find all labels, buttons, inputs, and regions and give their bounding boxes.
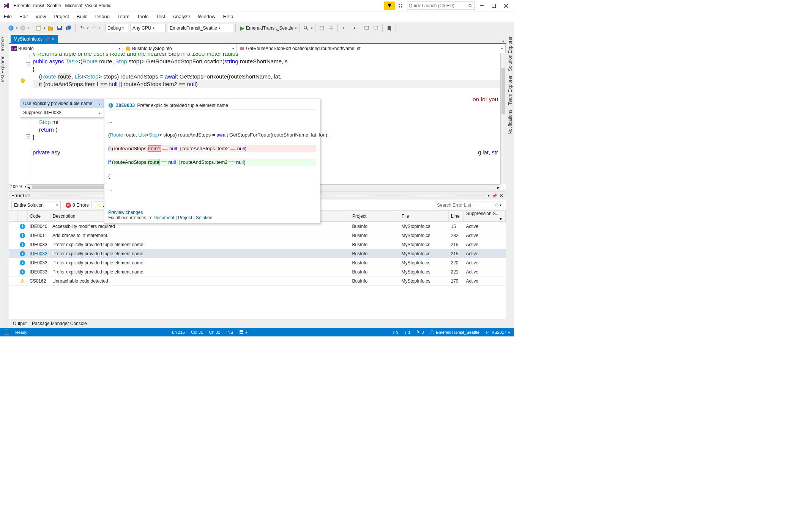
menu-team[interactable]: Team [117, 14, 129, 19]
toolbar-btn-a[interactable] [318, 24, 326, 32]
fold-icon[interactable]: − [26, 54, 30, 58]
solution-explorer-tab[interactable]: Solution Explorer [508, 36, 513, 71]
filter-icon[interactable]: ▼ [498, 216, 503, 222]
menu-tools[interactable]: Tools [137, 14, 148, 19]
errors-filter-button[interactable]: ✕0 Errors [63, 201, 91, 209]
indent-button[interactable] [349, 24, 358, 32]
tabs-overflow-icon[interactable]: ▾ [501, 39, 506, 43]
lightbulb-icon[interactable] [20, 78, 26, 84]
nav-back-button[interactable] [7, 24, 15, 32]
panel-close-icon[interactable]: ✕ [500, 193, 503, 198]
vs-logo-icon [3, 2, 10, 9]
undo-button[interactable] [78, 24, 86, 32]
toolbox-tab[interactable]: Toolbox [0, 36, 9, 52]
error-list-row[interactable]: iIDE0011Add braces to 'if' statement.Bus… [9, 231, 506, 240]
panel-dropdown-icon[interactable]: ▾ [488, 194, 490, 198]
panel-pin-icon[interactable]: 📌 [492, 193, 497, 198]
error-list-row[interactable]: iIDE0033Prefer explicitly provided tuple… [9, 267, 506, 276]
comment-button[interactable] [363, 24, 371, 32]
document-tab[interactable]: MyStopInfo.cs 📌 ✕ [11, 35, 58, 43]
editor-gutter: − − − [9, 53, 30, 184]
fix-project-link[interactable]: Project [178, 215, 192, 220]
svg-rect-24 [4, 330, 9, 335]
maximize-button[interactable] [489, 1, 499, 11]
status-git-up[interactable]: ↑ 9 [393, 330, 399, 335]
quick-action-use-tuple-name[interactable]: Use explicitly provided tuple name▸ [20, 99, 104, 108]
error-list-row[interactable]: iIDE0033Prefer explicitly provided tuple… [9, 240, 506, 249]
nav-bar: C# BusInfo▾ BusInfo.MyStopInfo▾ GetRoute… [9, 44, 506, 53]
menu-test[interactable]: Test [156, 14, 165, 19]
output-tab[interactable]: Output [13, 321, 27, 326]
redo-button[interactable] [90, 24, 98, 32]
close-tab-icon[interactable]: ✕ [52, 37, 55, 42]
notifications-button[interactable] [396, 2, 405, 10]
quick-action-suppress[interactable]: Suppress IDE0033▸ [20, 108, 104, 117]
save-all-button[interactable] [65, 24, 73, 32]
new-project-button[interactable] [35, 24, 43, 32]
error-list-grid[interactable]: Code Description Project File Line Suppr… [9, 211, 506, 319]
status-git-pending[interactable]: ✎ 3 [416, 330, 424, 335]
status-repo[interactable]: EmeraldTransit_Seattle [430, 330, 479, 335]
menu-debug[interactable]: Debug [95, 14, 110, 19]
startup-project-combo[interactable]: EmeraldTransit_Seattle▾ [168, 24, 233, 32]
package-manager-tab[interactable]: Package Manager Console [32, 321, 87, 326]
menu-build[interactable]: Build [77, 14, 88, 19]
fold-icon[interactable]: − [26, 134, 30, 138]
quick-launch-box[interactable] [407, 2, 475, 10]
nav-member-combo[interactable]: GetRouteAndStopForLocation(string routeS… [237, 44, 506, 53]
status-server[interactable]: ▴ [239, 330, 248, 335]
vertical-scrollbar[interactable] [500, 53, 506, 184]
feedback-button[interactable] [384, 2, 395, 10]
find-in-files-button[interactable] [302, 24, 310, 32]
quick-launch-input[interactable] [409, 3, 468, 8]
test-explorer-tab[interactable]: Test Explorer [0, 57, 9, 83]
nav-forward-button[interactable] [19, 24, 27, 32]
menu-edit[interactable]: Edit [19, 14, 28, 19]
team-explorer-tab[interactable]: Team Explorer [508, 75, 513, 105]
status-git-down[interactable]: ↓ 1 [405, 330, 411, 335]
toolbar-btn-d[interactable] [407, 24, 416, 32]
platform-combo[interactable]: Any CPU▾ [131, 24, 166, 32]
error-list-row[interactable]: iIDE0033Prefer explicitly provided tuple… [9, 258, 506, 267]
outdent-button[interactable] [340, 24, 348, 32]
quick-actions-menu: Use explicitly provided tuple name▸ Supp… [20, 99, 104, 118]
toolbar-btn-b[interactable] [327, 24, 335, 32]
fix-document-link[interactable]: Document [153, 215, 174, 220]
error-scope-combo[interactable]: Entire Solution▾ [11, 201, 61, 209]
status-bar: Ready Ln 215 Col 31 Ch 31 INS ▴ ↑ 9 ↓ 1 … [0, 328, 514, 336]
start-debug-icon[interactable]: ▶ [240, 25, 244, 31]
error-list-search-input[interactable] [437, 203, 494, 208]
preview-changes-link[interactable]: Preview changes [108, 210, 143, 215]
config-combo[interactable]: Debug▾ [106, 24, 128, 32]
notifications-tab[interactable]: Notifications [508, 110, 513, 134]
open-file-button[interactable] [46, 24, 55, 32]
menu-file[interactable]: File [4, 14, 12, 19]
start-debug-label[interactable]: EmeraldTransit_Seattle [246, 25, 293, 31]
nav-type-combo[interactable]: BusInfo.MyStopInfo▾ [123, 44, 237, 53]
menu-analyze[interactable]: Analyze [173, 14, 190, 19]
code-editor[interactable]: − − − // Returns a tuple of the user's R… [9, 53, 506, 190]
document-tab-well: MyStopInfo.cs 📌 ✕ ▾ [9, 34, 506, 44]
error-list-search[interactable]: ▾ [435, 201, 503, 209]
zoom-level[interactable]: 100 % ▾ [11, 184, 27, 190]
error-list-row[interactable]: ⚠CS0162Unreachable code detectedBusInfoM… [9, 276, 506, 286]
menu-help[interactable]: Help [223, 14, 233, 19]
left-tool-rail: Toolbox Test Explorer [0, 34, 9, 328]
svg-text:C#: C# [13, 47, 17, 50]
close-button[interactable] [501, 1, 511, 11]
fold-icon[interactable]: − [26, 62, 30, 66]
error-list-row[interactable]: iIDE0033Prefer explicitly provided tuple… [9, 249, 506, 258]
toolbar-btn-c[interactable] [398, 24, 407, 32]
error-list-title: Error List [11, 193, 30, 198]
menu-window[interactable]: Window [198, 14, 215, 19]
pin-icon[interactable]: 📌 [45, 37, 49, 41]
minimize-button[interactable] [477, 1, 487, 11]
nav-scope-combo[interactable]: C# BusInfo▾ [9, 44, 123, 53]
fix-solution-link[interactable]: Solution [196, 215, 212, 220]
uncomment-button[interactable] [372, 24, 380, 32]
menu-project[interactable]: Project [54, 14, 69, 19]
menu-view[interactable]: View [35, 14, 46, 19]
bookmark-button[interactable] [385, 24, 393, 32]
save-button[interactable] [55, 24, 64, 32]
status-branch[interactable]: VS2017 ▴ [486, 330, 510, 335]
